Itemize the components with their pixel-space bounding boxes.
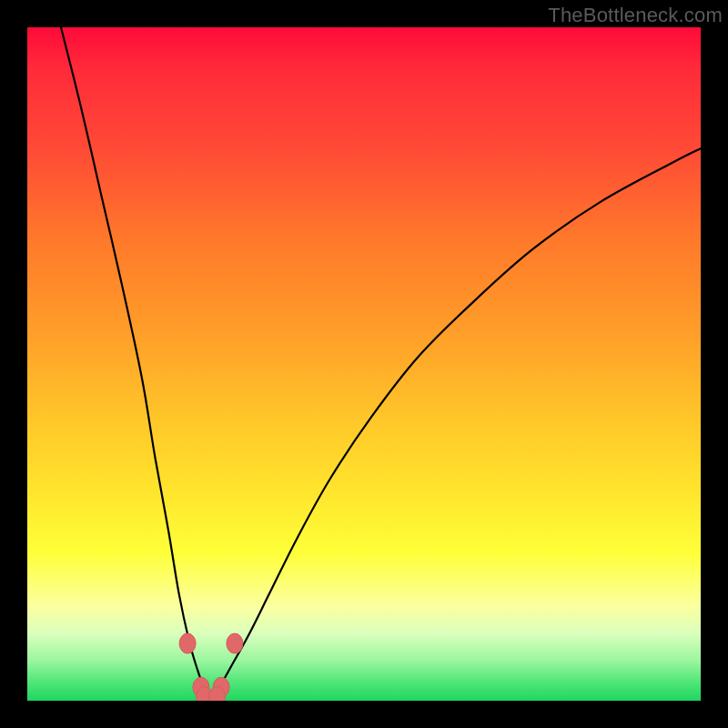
curve-right-branch: [209, 148, 701, 701]
curve-layer: [27, 27, 701, 701]
curve-left-branch: [61, 27, 209, 701]
curve-marker: [227, 633, 243, 653]
markers-group: [179, 633, 243, 701]
plot-area: [27, 27, 701, 701]
watermark-text: TheBottleneck.com: [548, 4, 723, 27]
curve-marker: [179, 633, 196, 653]
chart-frame: TheBottleneck.com: [0, 0, 728, 728]
